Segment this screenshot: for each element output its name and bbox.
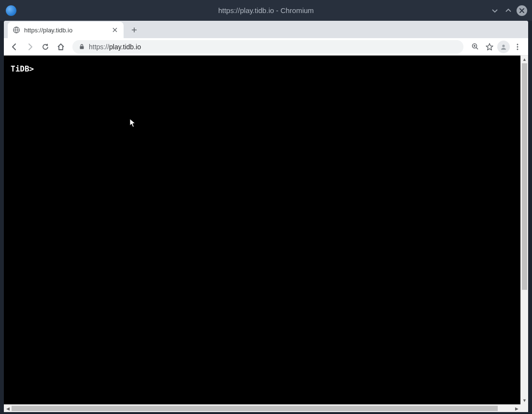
- home-button[interactable]: [54, 40, 68, 54]
- terminal-prompt: TiDB>: [11, 64, 34, 73]
- vscroll-thumb[interactable]: [522, 63, 527, 290]
- vertical-scrollbar[interactable]: ▲ ▼: [520, 56, 528, 404]
- terminal-caret: [36, 65, 37, 73]
- browser-tab[interactable]: https://play.tidb.io: [8, 22, 124, 38]
- window-close-button[interactable]: [517, 5, 527, 16]
- svg-point-4: [517, 43, 518, 45]
- hscroll-thumb[interactable]: [12, 406, 498, 411]
- zoom-button[interactable]: [468, 40, 482, 54]
- browser-toolbar: https://play.tidb.io: [4, 38, 528, 56]
- new-tab-button[interactable]: [127, 23, 141, 37]
- horizontal-scrollbar[interactable]: ◀ ▶: [4, 404, 520, 412]
- scroll-corner: [520, 404, 528, 412]
- window-titlebar: https://play.tidb.io - Chromium: [0, 0, 532, 21]
- scroll-down-arrow-icon[interactable]: ▼: [521, 397, 528, 404]
- scroll-left-arrow-icon[interactable]: ◀: [4, 405, 12, 412]
- window-controls: [490, 5, 532, 16]
- tab-strip: https://play.tidb.io: [4, 21, 528, 38]
- window-title: https://play.tidb.io - Chromium: [218, 6, 314, 14]
- svg-point-3: [502, 44, 504, 47]
- window-maximize-button[interactable]: [503, 5, 514, 16]
- tab-title: https://play.tidb.io: [24, 27, 107, 34]
- menu-button[interactable]: [511, 40, 524, 54]
- back-button[interactable]: [8, 40, 21, 54]
- page-viewport: TiDB> ▲ ▼ ◀ ▶: [4, 56, 528, 412]
- browser-window: https://play.tidb.io https://play.: [4, 21, 528, 412]
- url-scheme: https://: [89, 43, 109, 51]
- hscroll-track[interactable]: [12, 405, 513, 412]
- address-bar[interactable]: https://play.tidb.io: [72, 40, 463, 54]
- svg-point-5: [517, 46, 518, 47]
- terminal-prompt-line: TiDB>: [11, 64, 514, 73]
- scroll-up-arrow-icon[interactable]: ▲: [521, 56, 528, 63]
- svg-point-6: [517, 48, 518, 50]
- reload-button[interactable]: [39, 40, 52, 54]
- url-text: https://play.tidb.io: [89, 43, 458, 51]
- bookmark-button[interactable]: [483, 40, 496, 54]
- scroll-right-arrow-icon[interactable]: ▶: [513, 405, 520, 412]
- vscroll-track[interactable]: [521, 63, 528, 397]
- toolbar-right: [468, 40, 524, 54]
- tab-close-button[interactable]: [111, 26, 119, 34]
- terminal-page[interactable]: TiDB>: [4, 56, 520, 404]
- forward-button[interactable]: [23, 40, 37, 54]
- window-minimize-button[interactable]: [490, 5, 500, 16]
- lock-icon: [78, 43, 85, 50]
- profile-button[interactable]: [497, 41, 510, 53]
- svg-rect-1: [80, 46, 84, 49]
- chromium-app-icon: [6, 5, 16, 16]
- globe-icon: [13, 26, 20, 34]
- url-host: play.tidb.io: [109, 43, 141, 51]
